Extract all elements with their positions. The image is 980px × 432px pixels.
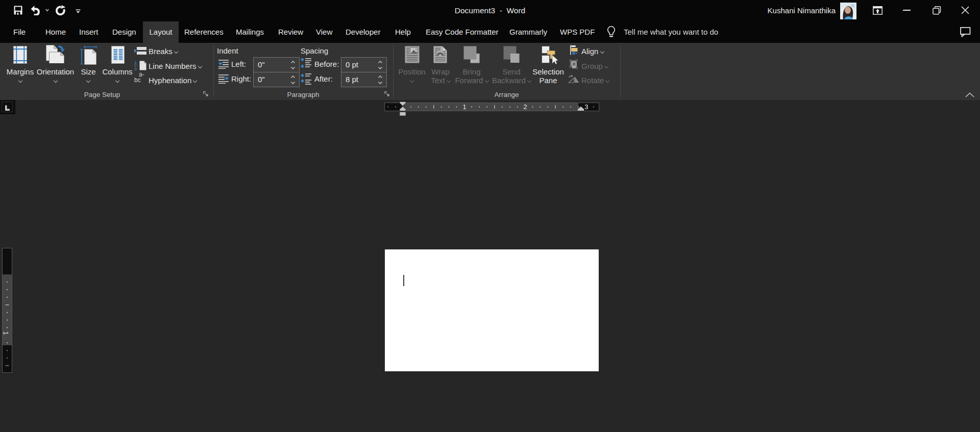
svg-text:1: 1 — [463, 104, 467, 111]
svg-text:3: 3 — [585, 104, 589, 111]
svg-text:1: 1 — [2, 332, 9, 335]
svg-text:2: 2 — [524, 104, 527, 111]
